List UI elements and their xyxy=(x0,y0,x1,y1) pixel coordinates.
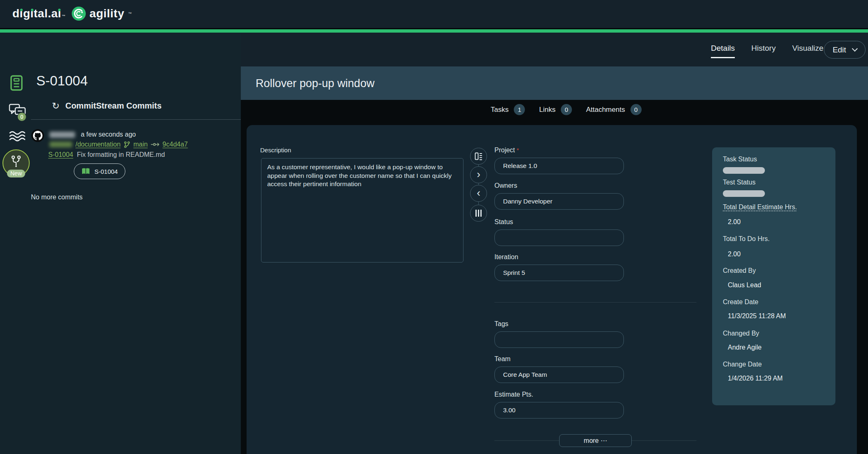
digital-ai-logo: dıgıtal.aı™ xyxy=(12,7,66,20)
commit-author-row: a few seconds ago xyxy=(49,131,136,138)
trademark-mark: ™ xyxy=(128,12,132,16)
created-by-value: Claus Lead xyxy=(728,281,761,289)
brand-logos: dıgıtal.aı™ agility ™ xyxy=(12,6,132,21)
change-date-value: 1/4/2026 11:29 AM xyxy=(728,375,783,382)
iteration-field-group: Iteration Sprint 5 xyxy=(494,253,625,281)
tab-visualize[interactable]: Visualize xyxy=(792,44,823,58)
branch-icon xyxy=(124,141,130,148)
tags-input[interactable] xyxy=(494,331,624,348)
changed-by-label: Changed By xyxy=(723,330,759,337)
three-columns-icon xyxy=(475,209,482,217)
tasks-count-badge: 1 xyxy=(514,104,525,115)
commit-message-row: S-01004 Fix formatting in README.md xyxy=(48,151,165,158)
change-date-label: Change Date xyxy=(723,361,762,368)
story-reference-label: S-01004 xyxy=(94,168,118,175)
total-todo-label: Total To Do Hrs. xyxy=(723,235,770,243)
tags-label: Tags xyxy=(494,320,625,328)
created-by-label: Created By xyxy=(723,267,756,274)
team-field-group: Team Core App Team xyxy=(494,355,625,383)
changed-by-value: Andre Agile xyxy=(728,344,762,351)
chevron-down-icon xyxy=(852,46,858,52)
team-input[interactable]: Core App Team xyxy=(494,367,624,383)
accent-divider xyxy=(0,29,868,33)
detail-form-panel: Description As a customer representative… xyxy=(247,125,857,454)
divider xyxy=(494,302,696,303)
iteration-label: Iteration xyxy=(494,253,625,261)
test-status-label: Test Status xyxy=(723,179,755,186)
git-branch-icon xyxy=(10,155,22,168)
commit-message: Fix formatting in README.md xyxy=(77,151,165,158)
tab-history[interactable]: History xyxy=(751,44,776,58)
summary-panel: Task Status Test Status Total Detail Est… xyxy=(712,147,835,405)
story-reference-pill[interactable]: S-01004 xyxy=(74,163,125,179)
repo-link[interactable]: /documentation xyxy=(75,141,120,148)
project-input[interactable]: Release 1.0 xyxy=(494,158,624,174)
estimate-label: Estimate Pts. xyxy=(494,391,625,398)
open-book-icon xyxy=(81,168,90,175)
task-status-bar xyxy=(723,167,765,174)
tasks-label: Tasks xyxy=(491,106,508,114)
agility-story-detail-page: dıgıtal.aı™ agility ™ S-01004 xyxy=(0,0,868,454)
description-label: Description xyxy=(260,147,291,154)
story-title: Rollover pop-up window xyxy=(256,77,374,90)
more-fields-button[interactable]: more ⋯ xyxy=(559,434,632,447)
conversation-count-badge: 0 xyxy=(17,112,26,121)
new-badge: New xyxy=(7,170,25,177)
commitstream-header: ↻ CommitStream Commits xyxy=(52,101,162,111)
left-sidebar-panel: S-01004 0 New xyxy=(0,33,241,454)
estimate-input[interactable]: 3.00 xyxy=(494,402,624,419)
divider xyxy=(31,119,241,120)
commitstream-new-indicator[interactable]: New xyxy=(2,149,30,177)
total-todo-value: 2.00 xyxy=(728,251,741,258)
estimate-field-group: Estimate Pts. 3.00 xyxy=(494,391,625,419)
tags-field-group: Tags xyxy=(494,320,625,348)
github-octocat-icon xyxy=(33,131,42,140)
redacted-username xyxy=(49,132,75,138)
links-count-group[interactable]: Links 0 xyxy=(539,104,572,115)
commit-sha-link[interactable]: 9c4d4a7 xyxy=(162,141,188,148)
branch-link[interactable]: main xyxy=(133,141,148,148)
expand-right-button[interactable]: › xyxy=(470,166,487,183)
test-status-bar xyxy=(723,190,765,197)
owners-label: Owners xyxy=(494,182,625,189)
status-input[interactable] xyxy=(494,229,624,246)
panel-layout-button[interactable] xyxy=(470,148,487,165)
attachments-count-badge: 0 xyxy=(630,104,642,115)
tab-details[interactable]: Details xyxy=(711,44,735,58)
edit-button[interactable]: Edit xyxy=(824,41,866,59)
commit-repo-row: /documentation main 9c4d4a7 xyxy=(49,141,188,148)
create-date-value: 11/3/2025 11:28 AM xyxy=(728,312,786,320)
status-field-group: Status xyxy=(494,218,625,246)
tasks-count-group[interactable]: Tasks 1 xyxy=(491,104,525,115)
required-asterisk: * xyxy=(517,147,519,154)
redacted-repo-owner xyxy=(49,142,72,147)
collapse-left-button[interactable]: ‹ xyxy=(470,185,487,202)
owners-field-group: Owners Danny Developer xyxy=(494,182,625,210)
team-label: Team xyxy=(494,355,625,363)
links-label: Links xyxy=(539,106,555,114)
agility-circle-icon xyxy=(71,6,86,21)
story-title-bar: Rollover pop-up window xyxy=(241,66,868,100)
columns-button[interactable] xyxy=(470,205,487,222)
commit-time-ago: a few seconds ago xyxy=(81,131,136,138)
agility-logo: agility ™ xyxy=(71,6,132,21)
story-ref-link[interactable]: S-01004 xyxy=(48,151,73,158)
story-icon xyxy=(10,75,23,91)
iteration-input[interactable]: Sprint 5 xyxy=(494,265,624,281)
owners-input[interactable]: Danny Developer xyxy=(494,193,624,210)
attachments-label: Attachments xyxy=(586,106,625,114)
project-field-group: Project* Release 1.0 xyxy=(494,147,625,174)
commitstream-title: CommitStream Commits xyxy=(65,101,161,111)
links-count-badge: 0 xyxy=(561,104,572,115)
total-detail-estimate-label[interactable]: Total Detail Estimate Hrs. xyxy=(723,203,797,211)
stream-waves-icon[interactable] xyxy=(9,130,27,142)
description-field[interactable]: As a customer representative, I would li… xyxy=(261,158,463,262)
trademark-mark: ™ xyxy=(62,14,66,18)
description-text: As a customer representative, I would li… xyxy=(267,163,454,189)
status-label: Status xyxy=(494,218,625,226)
chevron-left-icon: ‹ xyxy=(477,187,480,198)
agility-wordmark: agility xyxy=(89,7,124,20)
task-status-label: Task Status xyxy=(723,156,757,163)
refresh-icon[interactable]: ↻ xyxy=(52,102,59,111)
attachments-count-group[interactable]: Attachments 0 xyxy=(586,104,642,115)
